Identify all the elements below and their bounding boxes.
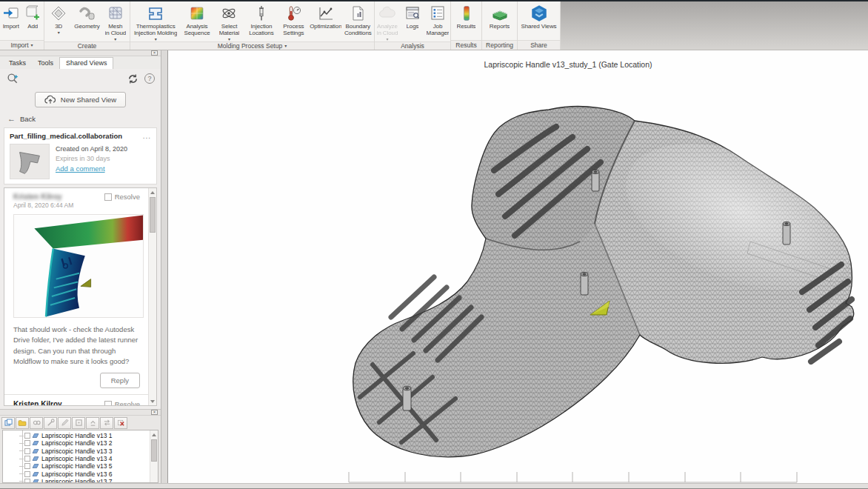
sidebar-titlebar: × <box>0 50 161 56</box>
cloud-upload-icon <box>44 95 56 104</box>
boundary-conditions-button[interactable]: Boundary Conditions <box>342 3 374 41</box>
job-manager-button[interactable]: Job Manager <box>425 3 450 41</box>
ribbon: Import Add Import▾ <box>0 1 868 50</box>
select-material-button[interactable]: Select Material ▾ <box>213 3 245 41</box>
reports-icon <box>490 4 510 23</box>
layer-icon <box>32 463 39 469</box>
group-dropdown-icon: ▾ <box>31 43 33 47</box>
tree-checkbox[interactable] <box>24 471 30 477</box>
pane-splitter[interactable] <box>161 50 168 483</box>
add-button[interactable]: Add <box>22 3 44 40</box>
shared-views-button[interactable]: Shared Views <box>518 3 560 40</box>
resolve-checkbox[interactable] <box>104 401 112 407</box>
tab-tasks[interactable]: Tasks <box>3 58 32 69</box>
shared-view-card: Part_filling_medical.collaboration ... C… <box>4 127 157 184</box>
add-comment-link[interactable]: Add a comment <box>56 164 127 173</box>
tree-scrollbar[interactable] <box>150 430 158 482</box>
tree-item[interactable]: Lapriscopic Handle v13 4 <box>4 455 147 462</box>
model-canvas[interactable] <box>168 50 868 483</box>
layer-icon <box>32 471 39 477</box>
thermoplastics-injection-molding-button[interactable]: Thermoplastics Injection Molding ▾ <box>130 3 181 41</box>
ribbon-group-analysis: Analyze in Cloud ▾ Logs Job Manager <box>375 1 451 50</box>
optimization-button[interactable]: Optimization <box>310 3 341 41</box>
wrench-icon <box>47 416 55 430</box>
tree-checkbox[interactable] <box>24 456 30 462</box>
shared-views-toolbar: ? <box>0 69 161 88</box>
new-pane-button[interactable] <box>1 417 15 429</box>
back-button[interactable]: ← Back <box>0 113 161 127</box>
scroll-down-arrow[interactable] <box>149 397 156 405</box>
tree-panel-titlebar: × <box>0 410 161 416</box>
new-pane-icon <box>4 416 13 430</box>
3d-button[interactable]: 3D ▾ <box>44 3 73 41</box>
job-manager-icon <box>429 4 447 23</box>
frame-tool-button[interactable] <box>72 417 85 429</box>
boundary-conditions-icon <box>349 4 367 23</box>
optimization-icon <box>317 4 335 23</box>
shared-view-thumbnail[interactable] <box>10 144 50 179</box>
process-settings-icon <box>284 4 302 23</box>
tree-item[interactable]: Lapriscopic Handle v13 7 <box>4 478 147 483</box>
import-button[interactable]: Import <box>0 3 22 40</box>
sidebar-close-button[interactable]: × <box>151 50 158 56</box>
tab-tools[interactable]: Tools <box>32 58 59 69</box>
results-button[interactable]: Results <box>451 3 481 40</box>
edit-tool-button[interactable] <box>58 417 71 429</box>
wrench-tool-button[interactable] <box>44 417 57 429</box>
logs-button[interactable]: Logs <box>400 3 425 41</box>
swap-tool-button[interactable] <box>100 417 113 429</box>
3d-viewport[interactable]: Lapriscopic Handle v13_study_1 (Gate Loc… <box>168 50 868 483</box>
tree-item[interactable]: Lapriscopic Handle v13 1 <box>4 432 147 439</box>
tree-item[interactable]: Lapriscopic Handle v13 3 <box>4 448 147 455</box>
ribbon-group-share: Shared Views Share <box>518 1 561 50</box>
group-label-import[interactable]: Import▾ <box>0 40 44 50</box>
moldflow-app: Import Add Import▾ <box>0 0 868 489</box>
group-label-molding-process-setup[interactable]: Molding Process Setup▾ <box>130 41 374 50</box>
group-label-results: Results <box>451 40 481 50</box>
tree-item[interactable]: Lapriscopic Handle v13 5 <box>4 462 147 470</box>
scroll-thumb[interactable] <box>150 197 156 233</box>
comments-scrollbar[interactable] <box>148 188 156 405</box>
comment-header: Kristen Kilroy Resolve <box>13 193 140 201</box>
geometry-button[interactable]: Geometry <box>73 3 101 41</box>
scroll-up-arrow[interactable] <box>150 430 158 439</box>
analysis-sequence-button[interactable]: Analysis Sequence <box>181 3 213 41</box>
tree-item[interactable]: Lapriscopic Handle v13 6 <box>4 470 147 477</box>
delete-tool-button[interactable] <box>114 417 127 429</box>
card-menu-button[interactable]: ... <box>143 135 151 138</box>
tree-item[interactable]: Lapriscopic Handle v13 2 <box>4 439 147 447</box>
help-icon[interactable]: ? <box>144 73 155 84</box>
back-arrow-icon: ← <box>7 114 16 123</box>
refresh-icon[interactable] <box>127 73 138 84</box>
select-tool-button[interactable] <box>30 417 43 429</box>
add-icon <box>24 4 41 23</box>
mesh-in-cloud-button[interactable]: Mesh in Cloud ▾ <box>101 3 130 41</box>
scroll-up-arrow[interactable] <box>149 188 156 196</box>
tab-shared-views[interactable]: Shared Views <box>59 57 113 69</box>
3d-icon <box>50 4 67 23</box>
open-folder-button[interactable] <box>16 417 29 429</box>
collapse-tool-button[interactable] <box>86 417 99 429</box>
injection-locations-button[interactable]: Injection Locations <box>245 3 277 41</box>
shared-view-title: Part_filling_medical.collaboration <box>10 132 143 140</box>
select-material-icon <box>220 4 238 23</box>
tree-panel-close-button[interactable]: × <box>151 410 158 415</box>
reply-button[interactable]: Reply <box>100 373 140 388</box>
tree-checkbox[interactable] <box>24 463 30 469</box>
find-shared-view-icon[interactable] <box>6 72 19 85</box>
injection-locations-icon <box>253 4 270 23</box>
process-settings-button[interactable]: Process Settings <box>278 3 310 41</box>
new-shared-view-button[interactable]: New Shared View <box>35 92 126 107</box>
tree-checkbox[interactable] <box>24 440 30 446</box>
scroll-thumb[interactable] <box>151 439 157 462</box>
thermoplastics-injection-molding-icon <box>147 4 164 23</box>
reports-button[interactable]: Reports <box>482 3 517 40</box>
resolve-checkbox[interactable] <box>104 193 112 201</box>
tree-checkbox[interactable] <box>24 479 30 483</box>
laparoscopic-handle-mesh <box>353 107 868 457</box>
folder-icon <box>18 416 27 430</box>
tree-checkbox[interactable] <box>24 448 30 454</box>
tree-checkbox[interactable] <box>24 433 30 439</box>
comment-attachment-image[interactable] <box>13 214 144 318</box>
comment-text: That should work - check the Autodesk Dr… <box>13 325 140 367</box>
